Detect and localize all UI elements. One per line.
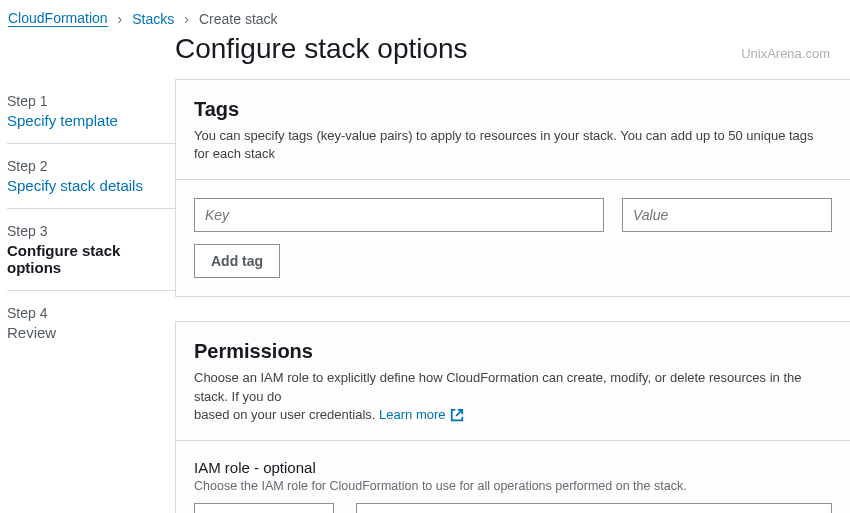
iam-role-arn-input[interactable] [356, 503, 832, 513]
step-1-link[interactable]: Specify template [7, 112, 175, 129]
iam-role-help: Choose the IAM role for CloudFormation t… [194, 479, 832, 493]
external-link-icon [450, 408, 464, 422]
chevron-right-icon: › [118, 11, 123, 27]
breadcrumb-root[interactable]: CloudFormation [8, 10, 108, 27]
tags-header: Tags [194, 98, 832, 121]
breadcrumb-current: Create stack [199, 11, 278, 27]
divider [176, 179, 850, 180]
learn-more-link[interactable]: Learn more [379, 406, 463, 424]
iam-role-type-select[interactable]: iamRoleArn [194, 503, 334, 513]
breadcrumb: CloudFormation › Stacks › Create stack [0, 0, 850, 33]
step-4-link: Review [7, 324, 175, 341]
step-4-label: Step 4 [7, 305, 175, 321]
tags-description: You can specify tags (key-value pairs) t… [194, 127, 832, 163]
step-1-label: Step 1 [7, 93, 175, 109]
wizard-steps: Step 1 Specify template Step 2 Specify s… [0, 79, 175, 513]
step-3-current: Configure stack options [7, 242, 175, 276]
tag-value-input[interactable] [622, 198, 832, 232]
tags-panel: Tags You can specify tags (key-value pai… [175, 79, 850, 297]
permissions-panel: Permissions Choose an IAM role to explic… [175, 321, 850, 513]
step-3-label: Step 3 [7, 223, 175, 239]
divider [176, 440, 850, 441]
add-tag-button[interactable]: Add tag [194, 244, 280, 278]
step-2-link[interactable]: Specify stack details [7, 177, 175, 194]
permissions-description: Choose an IAM role to explicitly define … [194, 369, 832, 424]
breadcrumb-stacks[interactable]: Stacks [132, 11, 174, 27]
watermark: UnixArena.com [741, 46, 830, 61]
iam-role-label: IAM role - optional [194, 459, 832, 476]
page-title: Configure stack options [175, 33, 468, 65]
chevron-right-icon: › [184, 11, 189, 27]
permissions-header: Permissions [194, 340, 832, 363]
tag-key-input[interactable] [194, 198, 604, 232]
step-2-label: Step 2 [7, 158, 175, 174]
